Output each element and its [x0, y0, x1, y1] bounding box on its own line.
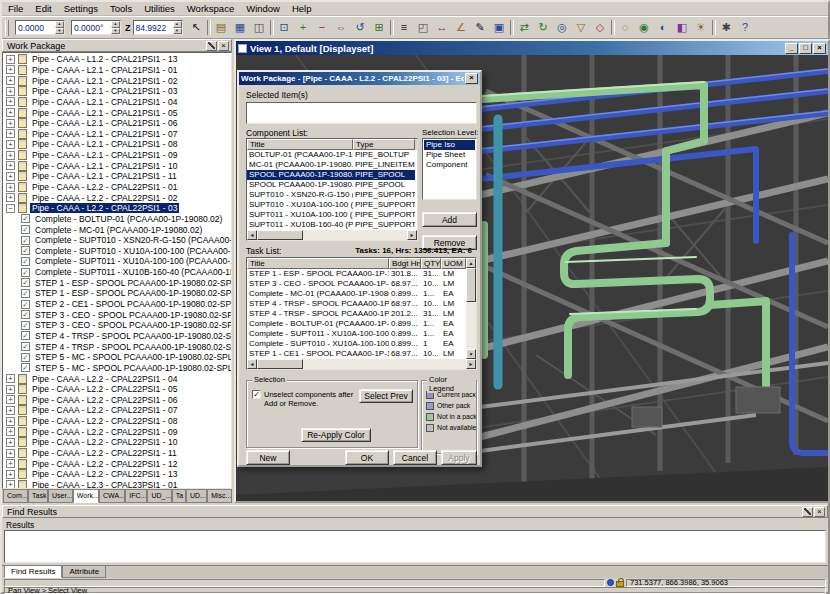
select-arrow-icon[interactable]: ↖ — [187, 19, 206, 37]
select-prev-button[interactable]: Select Prev — [359, 389, 413, 403]
scroll-right-button[interactable]: ► — [407, 230, 417, 240]
scrollbar-thumb[interactable] — [466, 268, 476, 302]
tree-expand-toggle[interactable]: + — [6, 55, 15, 64]
tree-item[interactable]: + ✓ Pipe - CAAA - L2.1 - CPAL21PSI1 - 08 — [4, 139, 231, 150]
find-results-list[interactable] — [4, 530, 826, 563]
task-row[interactable]: STEP 1 - ESP - SPOOL PCAAA00-1P-19080.02… — [247, 269, 466, 279]
tree-item[interactable]: ✓ Complete - MC-01 (PCAAA00-1P-19080.02) — [4, 224, 231, 235]
selection-level-list[interactable]: Pipe Iso Pipe Sheet Component — [422, 138, 477, 200]
tree-expand-toggle[interactable]: − — [6, 204, 15, 213]
reapply-color-button[interactable]: Re-Apply Color — [301, 428, 371, 442]
tree-expand-toggle[interactable]: + — [6, 395, 15, 404]
markup-pencil-icon[interactable]: ✎ — [471, 19, 490, 37]
minimize-button[interactable]: _ — [785, 43, 798, 54]
find-icon[interactable]: ◎ — [553, 19, 572, 37]
task-row[interactable]: Complete - BOLTUP-01 (PCAAA00-1P-19080.0… — [247, 319, 466, 329]
tree-item[interactable]: ✓ STEP 2 - CE1 - SPOOL PCAAA00-1P-19080.… — [4, 299, 231, 310]
task-row[interactable]: STEP 4 - TRSP - SPOOL PCAAA00-1P-19080.0… — [247, 309, 466, 319]
tree-expand-toggle[interactable]: + — [6, 172, 15, 181]
tree-item[interactable]: ✓ Complete - SUPT010 - XSN20-R-G-150 (PC… — [4, 235, 231, 246]
color-override-icon[interactable]: ◧ — [673, 19, 692, 37]
menu-item[interactable]: Utilities — [138, 2, 181, 15]
tree-item[interactable]: ✓ Complete - BOLTUP-01 (PCAAA00-1P-19080… — [4, 214, 231, 225]
tree-item[interactable]: + ✓ Pipe - CAAA - L2.1 - CPAL21PSI1 - 05 — [4, 107, 231, 118]
scroll-up-button[interactable]: ▲ — [466, 258, 476, 268]
tree-item[interactable]: + ✓ Pipe - CAAA - L2.2 - CPAL22PSI1 - 09 — [4, 426, 231, 437]
tree-item[interactable]: + ✓ Pipe - CAAA - L2.1 - CPAL21PSI1 - 10 — [4, 160, 231, 171]
coordinate-input[interactable]: 84.9922 ▴▾ — [133, 20, 183, 35]
column-header-type[interactable]: Type — [353, 139, 415, 150]
menu-item[interactable]: Tools — [104, 2, 138, 15]
filter-icon[interactable]: ▽ — [572, 19, 591, 37]
tree-item[interactable]: ✓ STEP 1 - ESP - SPOOL PCAAA00-1P-19080.… — [4, 277, 231, 288]
tree-item[interactable]: ✓ STEP 3 - CEO - SPOOL PCAAA00-1P-19080.… — [4, 320, 231, 331]
component-row[interactable]: SPOOL PCAAA00-1P-19080.02-SP... PIPE_SPO… — [247, 180, 417, 190]
scroll-right-button[interactable]: ► — [466, 359, 476, 369]
tree-item[interactable]: + ✓ Pipe - CAAA - L2.2 - CPAL22PSI1 - 12 — [4, 458, 231, 469]
spinner-down-button[interactable]: ▾ — [173, 28, 182, 35]
panel-tab[interactable]: User... — [48, 490, 73, 503]
apply-button[interactable]: Apply — [441, 450, 477, 465]
panel-tab[interactable]: UD... — [186, 490, 207, 503]
scroll-left-button[interactable]: ◄ — [247, 230, 257, 240]
tree-expand-toggle[interactable]: + — [6, 129, 15, 138]
tree-item[interactable]: + ✓ Pipe - CAAA - L2.2 - CPAL22PSI1 - 08 — [4, 416, 231, 427]
tree-item[interactable]: + ✓ Pipe - CAAA - L2.2 - CPAL22PSI1 - 02 — [4, 192, 231, 203]
hide-element-icon[interactable]: ◌ — [616, 19, 635, 37]
fit-view-icon[interactable]: ⊡ — [275, 19, 294, 37]
component-row[interactable]: SUPT010 - XSN20-R-G-150 (PCAA... PIPE_SU… — [247, 190, 417, 200]
menu-item[interactable]: Edit — [29, 2, 57, 15]
selection-level-item[interactable]: Component — [424, 160, 475, 170]
zoom-out-icon[interactable]: − — [313, 19, 332, 37]
tree-item[interactable]: + ✓ Pipe - CAAA - L2.2 - CPAL22PSI1 - 10 — [4, 437, 231, 448]
panel-tab[interactable]: Misc... — [207, 490, 232, 503]
clip-volume-icon[interactable]: ◰ — [414, 19, 433, 37]
column-header-title[interactable]: Title — [247, 258, 389, 269]
scrollbar-track[interactable] — [303, 359, 466, 369]
tree-expand-toggle[interactable]: + — [6, 449, 15, 458]
vertical-scrollbar[interactable]: ▲ ▼ — [466, 258, 476, 359]
task-row[interactable]: Complete - SUPT010 - XU10A-100-100 (PCAA… — [247, 339, 466, 349]
panel-tab[interactable]: Task — [28, 490, 48, 503]
panel-close-button[interactable]: × — [218, 41, 229, 51]
status-info-icon[interactable] — [607, 579, 614, 586]
task-row[interactable]: STEP 4 - TRSP - SPOOL PCAAA00-1P-19080.0… — [247, 299, 466, 309]
horizontal-scrollbar[interactable]: ◄ ► — [247, 359, 476, 369]
display-set-icon[interactable]: ≡ — [395, 19, 414, 37]
open-icon[interactable]: ▤ — [212, 19, 231, 37]
selection-level-item[interactable]: Pipe Sheet — [424, 150, 475, 160]
tree-item[interactable]: + ✓ Pipe - CAAA - L2.1 - CPAL21PSI1 - 01 — [4, 65, 231, 76]
dialog-title-bar[interactable]: Work Package - [Pipe - CAAA - L2.2 - CPA… — [239, 72, 480, 85]
task-row[interactable]: STEP 3 - CEO - SPOOL PCAAA00-1P-19080.02… — [247, 279, 466, 289]
tree-item[interactable]: ✓ STEP 3 - CEO - SPOOL PCAAA00-1P-19080.… — [4, 309, 231, 320]
bottom-panel-tab[interactable]: Find Results — [4, 566, 62, 578]
task-row[interactable]: STEP 1 - CE1 - SPOOL PCAAA00-1P-19080.02… — [247, 349, 466, 359]
save-icon[interactable]: ▦ — [231, 19, 250, 37]
tree-expand-toggle[interactable]: + — [6, 87, 15, 96]
component-row[interactable]: SPOOL PCAAA00-1P-19080.02-SP... PIPE_SPO… — [247, 170, 417, 180]
add-button[interactable]: Add — [422, 212, 477, 227]
scrollbar-track[interactable] — [303, 230, 407, 240]
tag-icon[interactable]: ◇ — [591, 19, 610, 37]
isolate-element-icon[interactable]: ◉ — [635, 19, 654, 37]
lighting-icon[interactable]: ☀ — [692, 19, 711, 37]
selection-level-item[interactable]: Pipe Iso — [424, 140, 475, 150]
scrollbar-track[interactable] — [466, 302, 476, 349]
tree-expand-toggle[interactable]: + — [6, 65, 15, 74]
tree-item[interactable]: ✓ STEP 4 - TRSP - SPOOL PCAAA00-1P-19080… — [4, 331, 231, 342]
tree-item[interactable]: + ✓ Pipe - CAAA - L1.2 - CPAL21PSI1 - 13 — [4, 54, 231, 65]
tree-item[interactable]: ✓ STEP 1 - ESP - SPOOL PCAAA00-1P-19080.… — [4, 288, 231, 299]
dialog-close-button[interactable]: × — [465, 73, 478, 84]
panel-pin-button[interactable] — [802, 507, 813, 517]
panel-tab[interactable]: Ta — [172, 490, 186, 503]
tree-expand-toggle[interactable]: + — [6, 480, 15, 489]
tree-item[interactable]: ✓ Complete - SUPT011 - XU10B-160-40 (PCA… — [4, 267, 231, 278]
scroll-left-button[interactable]: ◄ — [247, 359, 257, 369]
help-icon[interactable]: ? — [736, 19, 755, 37]
spinner-down-button[interactable]: ▾ — [111, 28, 120, 35]
tree-item[interactable]: + ✓ Pipe - CAAA - L2.2 - CPAL22PSI1 - 13 — [4, 469, 231, 480]
tree-item[interactable]: + ✓ Pipe - CAAA - L2.3 - CPAL23PSI1 - 01 — [4, 480, 231, 489]
snapshot-icon[interactable]: ▣ — [490, 19, 509, 37]
task-row[interactable]: Complete - MC-01 (PCAAA00-1P-19080.02) 0… — [247, 289, 466, 299]
panel-tab[interactable]: Com... — [3, 490, 28, 503]
